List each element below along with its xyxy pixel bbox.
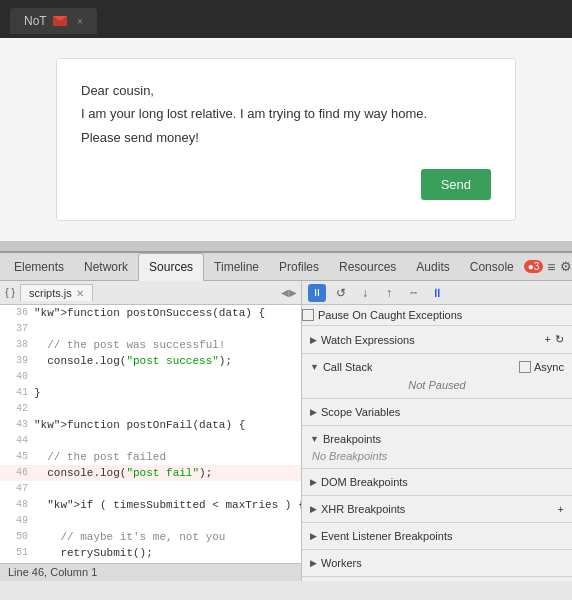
line-content: retrySubmit(); xyxy=(34,545,301,561)
scope-variables-label: Scope Variables xyxy=(321,406,400,418)
code-line: 48 "kw">if ( timesSubmitted < maxTries )… xyxy=(0,497,301,513)
file-tab-close[interactable]: ✕ xyxy=(76,288,84,299)
code-line: 41} xyxy=(0,385,301,401)
list-icon[interactable]: ≡ xyxy=(547,259,555,275)
tab-sources[interactable]: Sources xyxy=(138,253,204,281)
tab-resources[interactable]: Resources xyxy=(329,253,406,281)
async-label: Async xyxy=(534,361,564,373)
code-editor[interactable]: 36"kw">function postOnSuccess(data) {373… xyxy=(0,305,301,563)
event-listener-label: Event Listener Breakpoints xyxy=(321,530,452,542)
tab-network[interactable]: Network xyxy=(74,253,138,281)
line-number: 43 xyxy=(0,417,34,433)
deactivate-breakpoints-button[interactable]: ╌ xyxy=(404,284,422,302)
code-line: 39 console.log("post success"); xyxy=(0,353,301,369)
workers-label: Workers xyxy=(321,557,362,569)
dom-breakpoints-section: ▶ DOM Breakpoints xyxy=(302,469,572,496)
tab-console[interactable]: Console xyxy=(460,253,524,281)
status-bar: Line 46, Column 1 xyxy=(0,563,301,581)
tab-audits[interactable]: Audits xyxy=(406,253,459,281)
call-stack-header[interactable]: ▼ Call Stack Async xyxy=(302,358,572,376)
right-panel-content: Pause On Caught Exceptions ▶ Watch Expre… xyxy=(302,305,572,581)
pause-resume-button[interactable]: ⏸ xyxy=(308,284,326,302)
code-line: 47 xyxy=(0,481,301,497)
event-listener-breakpoints-section: ▶ Event Listener Breakpoints xyxy=(302,523,572,550)
line-number: 39 xyxy=(0,353,34,369)
file-tab-bar: { } scripts.js ✕ ◀▶ xyxy=(0,281,301,305)
code-line: 42 xyxy=(0,401,301,417)
code-line: 51 retrySubmit(); xyxy=(0,545,301,561)
gear-icon[interactable]: ⚙ xyxy=(560,259,572,274)
step-over-button[interactable]: ↺ xyxy=(332,284,350,302)
xhr-breakpoints-header[interactable]: ▶ XHR Breakpoints + xyxy=(302,500,572,518)
watch-expressions-section: ▶ Watch Expressions + ↻ xyxy=(302,326,572,354)
file-tab-scripts[interactable]: scripts.js ✕ xyxy=(20,284,93,301)
line-number: 40 xyxy=(0,369,34,385)
step-into-button[interactable]: ↓ xyxy=(356,284,374,302)
browser-tab-bar: NoT × xyxy=(0,0,572,38)
line-number: 49 xyxy=(0,513,34,529)
browser-tab[interactable]: NoT × xyxy=(10,8,97,34)
right-panel: ⏸ ↺ ↓ ↑ ╌ ⏸ Pause On Caught Exceptions ▶… xyxy=(302,281,572,581)
scope-variables-section: ▶ Scope Variables xyxy=(302,399,572,426)
email-line1: Dear cousin, xyxy=(81,79,491,102)
tab-elements[interactable]: Elements xyxy=(4,253,74,281)
code-line: 43"kw">function postOnFail(data) { xyxy=(0,417,301,433)
tab-close-icon[interactable]: × xyxy=(77,15,83,27)
async-button[interactable]: ⏸ xyxy=(428,284,446,302)
email-line3: Please send money! xyxy=(81,126,491,149)
not-paused-text: Not Paused xyxy=(302,376,572,394)
line-content: console.log("post fail"); xyxy=(34,465,301,481)
event-listener-arrow: ▶ xyxy=(310,531,317,541)
add-watch-icon[interactable]: + xyxy=(545,333,551,346)
line-content: // the post was successful! xyxy=(34,337,301,353)
call-stack-arrow: ▼ xyxy=(310,362,319,372)
line-number: 42 xyxy=(0,401,34,417)
code-line: 36"kw">function postOnSuccess(data) { xyxy=(0,305,301,321)
code-line: 37 xyxy=(0,321,301,337)
step-out-button[interactable]: ↑ xyxy=(380,284,398,302)
line-content: // maybe it's me, not you xyxy=(34,529,301,545)
async-checkbox[interactable] xyxy=(519,361,531,373)
email-body: Dear cousin, I am your long lost relativ… xyxy=(81,79,491,149)
call-stack-label: Call Stack xyxy=(323,361,373,373)
event-listener-header[interactable]: ▶ Event Listener Breakpoints xyxy=(302,527,572,545)
error-badge: ●3 xyxy=(524,260,544,273)
breakpoints-arrow: ▼ xyxy=(310,434,319,444)
tab-timeline[interactable]: Timeline xyxy=(204,253,269,281)
breakpoints-header[interactable]: ▼ Breakpoints xyxy=(302,430,572,448)
line-number: 37 xyxy=(0,321,34,337)
line-content: "kw">function postOnSuccess(data) { xyxy=(34,305,301,321)
dom-breakpoints-arrow: ▶ xyxy=(310,477,317,487)
workers-header[interactable]: ▶ Workers xyxy=(302,554,572,572)
code-line: 40 xyxy=(0,369,301,385)
code-line: 49 xyxy=(0,513,301,529)
line-number: 46 xyxy=(0,465,34,481)
devtools-tab-bar: Elements Network Sources Timeline Profil… xyxy=(0,253,572,281)
pause-exceptions-row[interactable]: Pause On Caught Exceptions xyxy=(302,305,572,326)
scope-variables-header[interactable]: ▶ Scope Variables xyxy=(302,403,572,421)
xhr-breakpoints-arrow: ▶ xyxy=(310,504,317,514)
pause-exceptions-label: Pause On Caught Exceptions xyxy=(318,309,462,321)
file-panel-toggle[interactable]: { } xyxy=(0,287,20,298)
line-number: 44 xyxy=(0,433,34,449)
xhr-breakpoints-label: XHR Breakpoints xyxy=(321,503,405,515)
watch-expressions-header[interactable]: ▶ Watch Expressions + ↻ xyxy=(302,330,572,349)
workers-arrow: ▶ xyxy=(310,558,317,568)
line-number: 50 xyxy=(0,529,34,545)
email-line2: I am your long lost relative. I am tryin… xyxy=(81,102,491,125)
mail-icon xyxy=(53,16,67,26)
line-number: 38 xyxy=(0,337,34,353)
no-breakpoints-text: No Breakpoints xyxy=(302,448,572,464)
line-number: 45 xyxy=(0,449,34,465)
line-content: } xyxy=(34,385,301,401)
debugger-toolbar: ⏸ ↺ ↓ ↑ ╌ ⏸ xyxy=(302,281,572,305)
line-content: // the post failed xyxy=(34,449,301,465)
dom-breakpoints-header[interactable]: ▶ DOM Breakpoints xyxy=(302,473,572,491)
pause-exceptions-checkbox[interactable] xyxy=(302,309,314,321)
devtools-body: { } scripts.js ✕ ◀▶ 36"kw">function post… xyxy=(0,281,572,581)
send-button[interactable]: Send xyxy=(421,169,491,200)
tab-profiles[interactable]: Profiles xyxy=(269,253,329,281)
watch-expressions-actions: + ↻ xyxy=(545,333,564,346)
xhr-add-icon[interactable]: + xyxy=(558,503,564,515)
refresh-watch-icon[interactable]: ↻ xyxy=(555,333,564,346)
